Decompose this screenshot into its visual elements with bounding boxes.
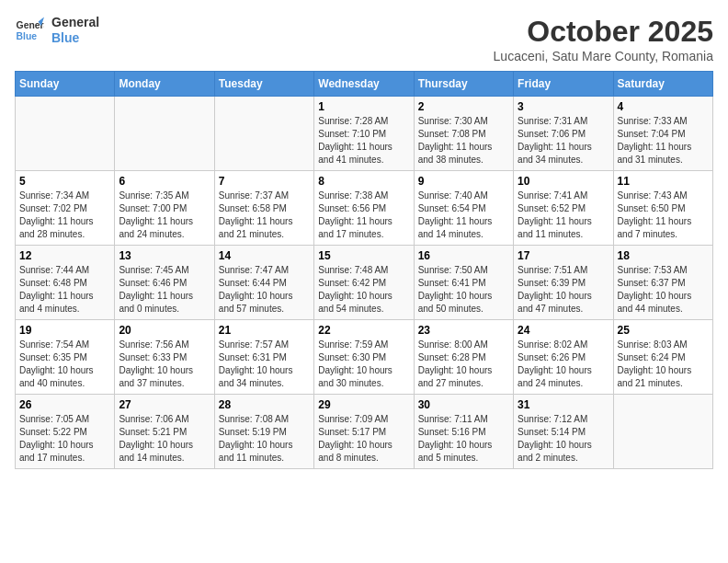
weekday-header-row: SundayMondayTuesdayWednesdayThursdayFrid…: [16, 72, 713, 97]
calendar-week-2: 5Sunrise: 7:34 AM Sunset: 7:02 PM Daylig…: [16, 171, 713, 246]
calendar-week-3: 12Sunrise: 7:44 AM Sunset: 6:48 PM Dayli…: [16, 246, 713, 320]
calendar-day: 2Sunrise: 7:30 AM Sunset: 7:08 PM Daylig…: [414, 97, 513, 171]
day-number: 29: [318, 398, 409, 411]
location: Lucaceni, Satu Mare County, Romania: [494, 49, 713, 63]
day-number: 4: [618, 100, 709, 113]
weekday-header-sunday: Sunday: [16, 72, 115, 97]
day-info: Sunrise: 7:12 AM Sunset: 5:14 PM Dayligh…: [518, 413, 609, 465]
calendar-day: 6Sunrise: 7:35 AM Sunset: 7:00 PM Daylig…: [115, 171, 214, 246]
day-info: Sunrise: 8:03 AM Sunset: 6:24 PM Dayligh…: [618, 339, 709, 390]
day-info: Sunrise: 7:40 AM Sunset: 6:54 PM Dayligh…: [418, 190, 509, 241]
calendar-day: 14Sunrise: 7:47 AM Sunset: 6:44 PM Dayli…: [214, 246, 313, 320]
day-number: 8: [318, 175, 409, 188]
calendar-day: 25Sunrise: 8:03 AM Sunset: 6:24 PM Dayli…: [613, 320, 712, 395]
day-info: Sunrise: 7:51 AM Sunset: 6:39 PM Dayligh…: [518, 264, 609, 316]
day-number: 12: [19, 249, 110, 262]
logo-general: General: [51, 15, 99, 30]
day-number: 20: [119, 324, 210, 337]
calendar-day: [613, 395, 712, 469]
day-number: 3: [518, 100, 609, 113]
day-number: 27: [119, 398, 210, 411]
calendar-day: 21Sunrise: 7:57 AM Sunset: 6:31 PM Dayli…: [214, 320, 313, 395]
day-info: Sunrise: 7:45 AM Sunset: 6:46 PM Dayligh…: [119, 264, 210, 316]
day-number: 23: [418, 324, 509, 337]
weekday-header-friday: Friday: [514, 72, 613, 97]
day-number: 7: [219, 175, 310, 188]
calendar-day: 15Sunrise: 7:48 AM Sunset: 6:42 PM Dayli…: [314, 246, 414, 320]
logo-blue: Blue: [51, 30, 99, 46]
calendar-table: SundayMondayTuesdayWednesdayThursdayFrid…: [15, 71, 713, 469]
calendar-week-4: 19Sunrise: 7:54 AM Sunset: 6:35 PM Dayli…: [16, 320, 713, 395]
day-info: Sunrise: 7:47 AM Sunset: 6:44 PM Dayligh…: [219, 264, 310, 316]
page-header: General Blue General Blue October 2025 L…: [15, 15, 713, 63]
day-number: 30: [418, 398, 509, 411]
day-number: 22: [318, 324, 409, 337]
calendar-day: 24Sunrise: 8:02 AM Sunset: 6:26 PM Dayli…: [514, 320, 613, 395]
calendar-day: 1Sunrise: 7:28 AM Sunset: 7:10 PM Daylig…: [314, 97, 414, 171]
day-info: Sunrise: 7:44 AM Sunset: 6:48 PM Dayligh…: [19, 264, 110, 316]
calendar-day: 3Sunrise: 7:31 AM Sunset: 7:06 PM Daylig…: [514, 97, 613, 171]
calendar-day: 4Sunrise: 7:33 AM Sunset: 7:04 PM Daylig…: [613, 97, 712, 171]
calendar-day: 16Sunrise: 7:50 AM Sunset: 6:41 PM Dayli…: [414, 246, 513, 320]
calendar-day: [115, 97, 214, 171]
day-info: Sunrise: 7:08 AM Sunset: 5:19 PM Dayligh…: [219, 413, 310, 465]
day-info: Sunrise: 7:30 AM Sunset: 7:08 PM Dayligh…: [418, 115, 509, 167]
weekday-header-monday: Monday: [115, 72, 214, 97]
calendar-day: 11Sunrise: 7:43 AM Sunset: 6:50 PM Dayli…: [613, 171, 712, 246]
day-info: Sunrise: 7:50 AM Sunset: 6:41 PM Dayligh…: [418, 264, 509, 316]
calendar-day: 9Sunrise: 7:40 AM Sunset: 6:54 PM Daylig…: [414, 171, 513, 246]
weekday-header-thursday: Thursday: [414, 72, 513, 97]
day-info: Sunrise: 7:37 AM Sunset: 6:58 PM Dayligh…: [219, 190, 310, 241]
day-info: Sunrise: 7:11 AM Sunset: 5:16 PM Dayligh…: [418, 413, 509, 465]
calendar-day: 7Sunrise: 7:37 AM Sunset: 6:58 PM Daylig…: [214, 171, 313, 246]
day-info: Sunrise: 7:34 AM Sunset: 7:02 PM Dayligh…: [19, 190, 110, 241]
day-number: 26: [19, 398, 110, 411]
day-number: 17: [518, 249, 609, 262]
calendar-day: 18Sunrise: 7:53 AM Sunset: 6:37 PM Dayli…: [613, 246, 712, 320]
weekday-header-saturday: Saturday: [613, 72, 712, 97]
calendar-day: [16, 97, 115, 171]
calendar-day: 19Sunrise: 7:54 AM Sunset: 6:35 PM Dayli…: [16, 320, 115, 395]
day-number: 28: [219, 398, 310, 411]
day-info: Sunrise: 8:02 AM Sunset: 6:26 PM Dayligh…: [518, 339, 609, 390]
day-info: Sunrise: 8:00 AM Sunset: 6:28 PM Dayligh…: [418, 339, 509, 390]
svg-text:Blue: Blue: [17, 30, 38, 40]
calendar-day: 17Sunrise: 7:51 AM Sunset: 6:39 PM Dayli…: [514, 246, 613, 320]
day-number: 5: [19, 175, 110, 188]
day-number: 15: [318, 249, 409, 262]
day-info: Sunrise: 7:53 AM Sunset: 6:37 PM Dayligh…: [618, 264, 709, 316]
day-info: Sunrise: 7:28 AM Sunset: 7:10 PM Dayligh…: [318, 115, 409, 167]
day-number: 6: [119, 175, 210, 188]
day-number: 25: [618, 324, 709, 337]
day-info: Sunrise: 7:05 AM Sunset: 5:22 PM Dayligh…: [19, 413, 110, 465]
day-number: 2: [418, 100, 509, 113]
calendar-day: 22Sunrise: 7:59 AM Sunset: 6:30 PM Dayli…: [314, 320, 414, 395]
calendar-day: [214, 97, 313, 171]
calendar-day: 30Sunrise: 7:11 AM Sunset: 5:16 PM Dayli…: [414, 395, 513, 469]
title-area: October 2025 Lucaceni, Satu Mare County,…: [494, 15, 713, 63]
month-title: October 2025: [494, 15, 713, 49]
day-number: 9: [418, 175, 509, 188]
day-info: Sunrise: 7:31 AM Sunset: 7:06 PM Dayligh…: [518, 115, 609, 167]
day-info: Sunrise: 7:06 AM Sunset: 5:21 PM Dayligh…: [119, 413, 210, 465]
day-info: Sunrise: 7:56 AM Sunset: 6:33 PM Dayligh…: [119, 339, 210, 390]
calendar-day: 27Sunrise: 7:06 AM Sunset: 5:21 PM Dayli…: [115, 395, 214, 469]
day-info: Sunrise: 7:59 AM Sunset: 6:30 PM Dayligh…: [318, 339, 409, 390]
day-number: 11: [618, 175, 709, 188]
day-number: 10: [518, 175, 609, 188]
weekday-header-tuesday: Tuesday: [214, 72, 313, 97]
day-info: Sunrise: 7:09 AM Sunset: 5:17 PM Dayligh…: [318, 413, 409, 465]
calendar-day: 20Sunrise: 7:56 AM Sunset: 6:33 PM Dayli…: [115, 320, 214, 395]
day-number: 16: [418, 249, 509, 262]
calendar-week-1: 1Sunrise: 7:28 AM Sunset: 7:10 PM Daylig…: [16, 97, 713, 171]
day-number: 13: [119, 249, 210, 262]
day-info: Sunrise: 7:33 AM Sunset: 7:04 PM Dayligh…: [618, 115, 709, 167]
day-info: Sunrise: 7:48 AM Sunset: 6:42 PM Dayligh…: [318, 264, 409, 316]
calendar-day: 10Sunrise: 7:41 AM Sunset: 6:52 PM Dayli…: [514, 171, 613, 246]
calendar-day: 8Sunrise: 7:38 AM Sunset: 6:56 PM Daylig…: [314, 171, 414, 246]
calendar-day: 28Sunrise: 7:08 AM Sunset: 5:19 PM Dayli…: [214, 395, 313, 469]
calendar-day: 13Sunrise: 7:45 AM Sunset: 6:46 PM Dayli…: [115, 246, 214, 320]
calendar-day: 5Sunrise: 7:34 AM Sunset: 7:02 PM Daylig…: [16, 171, 115, 246]
day-number: 14: [219, 249, 310, 262]
calendar-day: 12Sunrise: 7:44 AM Sunset: 6:48 PM Dayli…: [16, 246, 115, 320]
